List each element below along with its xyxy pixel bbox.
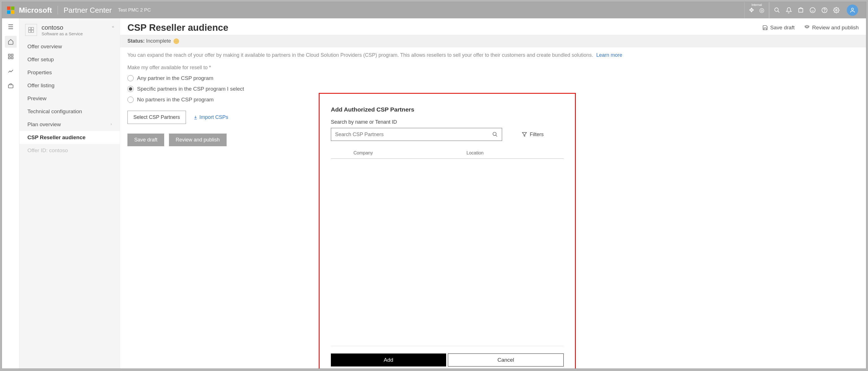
nav-offer-overview[interactable]: Offer overview: [20, 40, 120, 53]
svg-point-9: [851, 8, 853, 10]
svg-marker-22: [522, 132, 527, 136]
header-review-publish[interactable]: Review and publish: [804, 25, 859, 31]
brand-name: Microsoft: [19, 6, 52, 15]
rail-briefcase-icon[interactable]: [5, 80, 17, 92]
microsoft-logo-icon: [7, 6, 14, 14]
svg-rect-18: [31, 30, 34, 32]
dialog-add-button[interactable]: Add: [331, 353, 446, 367]
rail-home-icon[interactable]: [5, 36, 17, 48]
bell-icon[interactable]: [786, 7, 792, 13]
svg-rect-14: [8, 85, 13, 88]
svg-rect-16: [31, 27, 34, 30]
offer-name: contoso: [41, 24, 83, 31]
col-company: Company: [353, 150, 466, 156]
page-title: CSP Reseller audience: [127, 22, 228, 33]
nav-offer-setup[interactable]: Offer setup: [20, 53, 120, 66]
svg-line-1: [778, 11, 780, 13]
page-description: You can expand the reach of your offer b…: [127, 52, 593, 58]
dialog-cancel-button[interactable]: Cancel: [448, 353, 564, 367]
search-icon[interactable]: [774, 7, 780, 13]
header-save-draft[interactable]: Save draft: [762, 25, 795, 31]
nav-plan-overview[interactable]: Plan overview›: [20, 118, 120, 131]
svg-rect-10: [8, 54, 10, 56]
collapse-icon[interactable]: «: [112, 24, 114, 29]
add-csp-dialog: Add Authorized CSP Partners Search by na…: [319, 93, 576, 368]
svg-rect-12: [8, 57, 10, 59]
svg-point-3: [810, 8, 815, 13]
nav-technical-config[interactable]: Technical configuration: [20, 105, 120, 118]
review-publish-button[interactable]: Review and publish: [169, 134, 227, 146]
top-bar: Microsoft Partner Center Test PMC 2 PC I…: [2, 2, 866, 19]
nav-csp-reseller[interactable]: CSP Reseller audience: [20, 131, 120, 144]
col-location: Location: [466, 150, 484, 156]
offer-sidebar: contoso Software as a Service « Offer ov…: [20, 19, 120, 368]
dialog-search-box[interactable]: [331, 128, 502, 141]
svg-rect-17: [29, 30, 31, 32]
dialog-search-label: Search by name or Tenant ID: [331, 119, 564, 125]
search-icon: [492, 132, 498, 137]
smile-icon[interactable]: [809, 7, 816, 13]
status-value: Incomplete: [146, 38, 171, 44]
svg-rect-15: [29, 27, 31, 30]
offer-type: Software as a Service: [41, 31, 83, 36]
gear-icon[interactable]: [833, 7, 839, 13]
filter-icon: [522, 132, 527, 137]
pin-icon[interactable]: ✥: [748, 7, 755, 13]
nav-offer-listing[interactable]: Offer listing: [20, 79, 120, 92]
svg-point-8: [836, 9, 837, 11]
svg-line-21: [496, 135, 497, 137]
package-icon[interactable]: [798, 7, 804, 13]
nav-rail: ☰: [2, 19, 20, 368]
user-avatar[interactable]: [847, 4, 858, 16]
svg-rect-2: [799, 9, 803, 12]
help-icon[interactable]: [822, 7, 828, 13]
svg-point-20: [493, 132, 496, 136]
nav-preview[interactable]: Preview: [20, 92, 120, 105]
main-content: CSP Reseller audience Save draft Review …: [120, 19, 866, 368]
context-name: Test PMC 2 PC: [118, 7, 151, 13]
radio-any-partner[interactable]: Any partner in the CSP program: [127, 73, 859, 83]
svg-point-0: [775, 8, 778, 11]
nav-offer-id: Offer ID: contoso: [20, 144, 120, 157]
import-csps-link[interactable]: Import CSPs: [193, 114, 228, 120]
offer-type-icon: [25, 24, 37, 36]
learn-more-link[interactable]: Learn more: [596, 52, 622, 58]
chevron-right-icon: ›: [111, 122, 112, 126]
dialog-table-header: Company Location: [331, 149, 564, 159]
status-bar: Status: Incomplete: [120, 35, 866, 47]
rail-menu-icon[interactable]: ☰: [5, 21, 17, 33]
resell-field-label: Make my offer available for resell to *: [120, 60, 866, 72]
dialog-search-input[interactable]: [335, 132, 478, 137]
internal-badge[interactable]: Internal ✥ ◎: [744, 2, 769, 19]
rail-grid-icon[interactable]: [5, 50, 17, 62]
svg-rect-11: [11, 54, 13, 56]
nav-properties[interactable]: Properties: [20, 66, 120, 79]
select-csp-button[interactable]: Select CSP Partners: [127, 111, 186, 124]
rail-analytics-icon[interactable]: [5, 65, 17, 77]
internal-label: Internal: [752, 3, 762, 6]
dialog-filters[interactable]: Filters: [522, 132, 544, 137]
product-name: Partner Center: [64, 6, 112, 15]
dialog-title: Add Authorized CSP Partners: [331, 106, 564, 113]
target-icon[interactable]: ◎: [758, 7, 765, 13]
incomplete-icon: [174, 38, 179, 44]
svg-rect-13: [11, 57, 13, 59]
save-draft-button[interactable]: Save draft: [127, 134, 164, 146]
